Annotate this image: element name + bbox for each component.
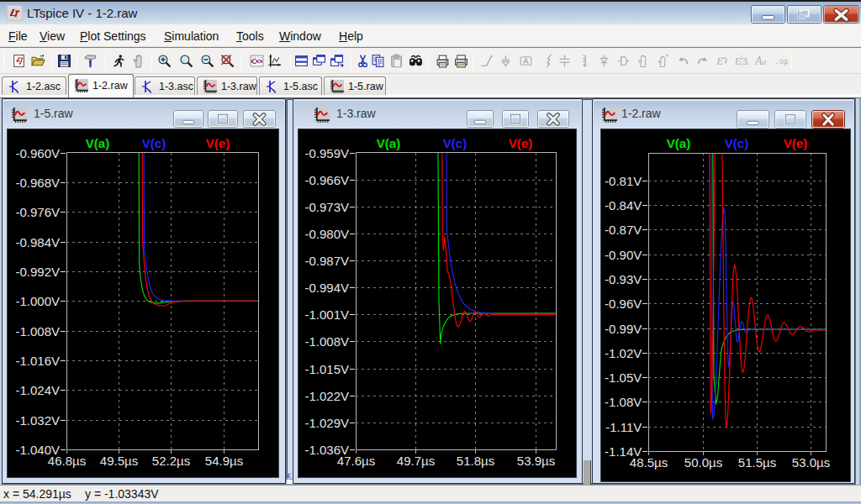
- undo-icon: [676, 54, 690, 68]
- toolbar-separator: [77, 53, 77, 69]
- y-tick-label: -1.008V: [304, 334, 349, 349]
- y-tick-label: -1.040V: [15, 443, 60, 457]
- child-window-1-2.raw[interactable]: 1-2.raw48.5µs50.0µs51.5µs53.0µs-0.81V-0.…: [592, 98, 855, 484]
- waveform-plot-area[interactable]: 47.6µs49.7µs51.8µs53.9µs-0.959V-0.966V-0…: [298, 129, 577, 478]
- toolbar-separator: [151, 53, 152, 69]
- trace-V(e): [66, 129, 258, 306]
- zoom-out-icon[interactable]: [200, 54, 214, 68]
- main-minimize-button[interactable]: [751, 5, 785, 24]
- y-tick-label: -0.960V: [15, 146, 60, 160]
- tab-label: 1-2.raw: [92, 80, 128, 92]
- menu-simulation[interactable]: Simulation: [164, 29, 219, 43]
- child-maximize-button[interactable]: [502, 110, 529, 128]
- tab-1-3.raw[interactable]: 1-3.raw: [197, 76, 257, 95]
- tab-label: 1-5.asc: [283, 81, 318, 92]
- y-tick-label: -0.987V: [304, 254, 349, 268]
- tile-horizontal-icon[interactable]: [294, 54, 309, 68]
- close-icon: [812, 111, 844, 129]
- restore-icon: [788, 6, 821, 24]
- main-close-button[interactable]: [823, 5, 859, 24]
- maximize-icon: [209, 111, 237, 128]
- x-tick-label: 53.0µs: [792, 455, 830, 470]
- legend-V(e)[interactable]: V(e): [509, 136, 532, 150]
- legend-V(c)[interactable]: V(c): [142, 136, 166, 150]
- y-tick-label: -1.029V: [304, 416, 349, 430]
- save-icon[interactable]: [57, 54, 71, 68]
- waveform-file-icon: [602, 108, 617, 123]
- svg-text:a: a: [762, 57, 766, 66]
- child-titlebar[interactable]: 1-5.raw: [3, 100, 284, 128]
- zoom-full-extents-icon[interactable]: [220, 54, 235, 68]
- tab-1-2.raw[interactable]: 1-2.raw: [68, 74, 134, 97]
- ltspice-app-icon: [7, 5, 23, 21]
- y-tick-label: -1.05V: [605, 370, 642, 385]
- legend-V(e)[interactable]: V(e): [206, 136, 230, 150]
- child-minimize-button[interactable]: [173, 110, 203, 128]
- tab-1-2.asc[interactable]: 1-2.asc: [2, 76, 66, 95]
- child-close-button[interactable]: [811, 110, 845, 129]
- waveform-file-icon: [12, 108, 27, 123]
- tab-1-5.raw[interactable]: 1-5.raw: [324, 76, 386, 95]
- child-minimize-button[interactable]: [467, 110, 494, 128]
- asc-file-icon: [8, 80, 22, 93]
- child-close-button[interactable]: [537, 110, 569, 128]
- tab-label: 1-3.raw: [221, 81, 256, 92]
- child-minimize-button[interactable]: [737, 110, 769, 129]
- trace-V(e): [356, 129, 556, 327]
- menu-file[interactable]: File: [8, 29, 28, 43]
- cut-icon[interactable]: [356, 54, 370, 68]
- tile-vertical-icon[interactable]: [312, 54, 326, 68]
- open-icon[interactable]: [31, 54, 45, 68]
- control-panel-icon[interactable]: [83, 54, 98, 68]
- minimize-icon: [174, 111, 203, 128]
- new-schematic-icon[interactable]: [12, 54, 26, 68]
- x-tick-label: 51.8µs: [457, 454, 494, 468]
- main-restore-button[interactable]: [787, 5, 821, 24]
- child-window-1-5.raw[interactable]: 1-5.raw46.8µs49.5µs52.2µs54.9µs-0.960V-0…: [2, 98, 286, 484]
- minimize-icon: [752, 6, 784, 24]
- main-window-title: LTspice IV - 1-2.raw: [27, 5, 137, 22]
- legend-V(e)[interactable]: V(e): [784, 136, 807, 150]
- copy-icon[interactable]: [371, 54, 385, 68]
- menu-tools[interactable]: Tools: [236, 29, 264, 43]
- background-window-strip: [584, 460, 591, 485]
- zoom-back-icon[interactable]: [179, 54, 193, 68]
- legend-V(a)[interactable]: V(a): [667, 136, 690, 150]
- inductor-icon: [577, 54, 591, 68]
- legend-V(c)[interactable]: V(c): [443, 136, 467, 150]
- child-close-button[interactable]: [243, 110, 276, 128]
- waveform-plot-area[interactable]: 46.8µs49.5µs52.2µs54.9µs-0.960V-0.968V-0…: [7, 129, 279, 478]
- legend-V(a)[interactable]: V(a): [86, 136, 109, 150]
- trace-V(a): [356, 129, 556, 344]
- zoom-in-icon[interactable]: [157, 54, 172, 68]
- y-tick-label: -1.024V: [15, 383, 60, 397]
- child-maximize-button[interactable]: [774, 110, 806, 129]
- x-tick-label: 52.2µs: [152, 454, 190, 468]
- print-icon[interactable]: [454, 54, 468, 68]
- waveform-plot-area[interactable]: 48.5µs50.0µs51.5µs53.0µs-0.81V-0.84V-0.8…: [600, 129, 851, 482]
- print-preview-icon[interactable]: [436, 54, 450, 68]
- svg-text:E: E: [716, 55, 723, 67]
- child-window-1-3.raw[interactable]: 1-3.raw47.6µs49.7µs51.8µs53.9µs-0.959V-0…: [293, 98, 583, 484]
- menu-plot-settings[interactable]: Plot Settings: [80, 29, 146, 43]
- menu-window[interactable]: Window: [279, 29, 321, 43]
- plot-settings-icon[interactable]: [267, 54, 282, 68]
- child-window-title: 1-2.raw: [621, 107, 661, 120]
- menu-help[interactable]: Help: [339, 29, 363, 43]
- tab-1-3.asc[interactable]: 1-3.asc: [135, 76, 195, 95]
- legend-V(c)[interactable]: V(c): [725, 136, 748, 150]
- find-icon[interactable]: [409, 54, 423, 68]
- toolbar-separator: [105, 53, 106, 69]
- legend-V(a)[interactable]: V(a): [377, 136, 400, 150]
- cascade-icon[interactable]: [330, 54, 344, 68]
- y-tick-label: -0.87V: [605, 223, 642, 237]
- run-icon[interactable]: [111, 54, 125, 68]
- y-tick-label: -1.036V: [304, 443, 349, 457]
- raw-file-icon: [75, 79, 88, 92]
- child-maximize-button[interactable]: [208, 110, 238, 128]
- tab-1-5.asc[interactable]: 1-5.asc: [259, 76, 322, 95]
- autorange-y-icon[interactable]: [250, 54, 264, 68]
- status-cursor-x: x = 54.291µs: [3, 487, 71, 501]
- menu-view[interactable]: View: [40, 29, 65, 43]
- wire-icon: [479, 54, 494, 68]
